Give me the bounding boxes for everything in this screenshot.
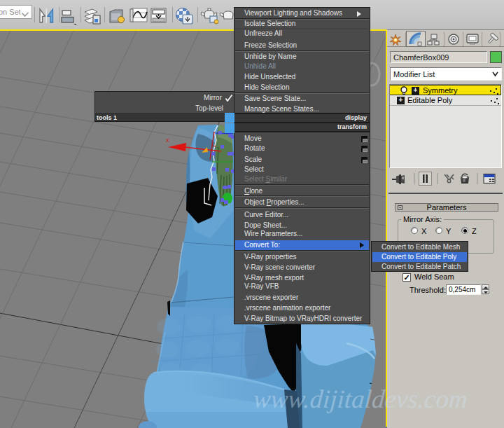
svg-text:x: x [166, 137, 169, 144]
